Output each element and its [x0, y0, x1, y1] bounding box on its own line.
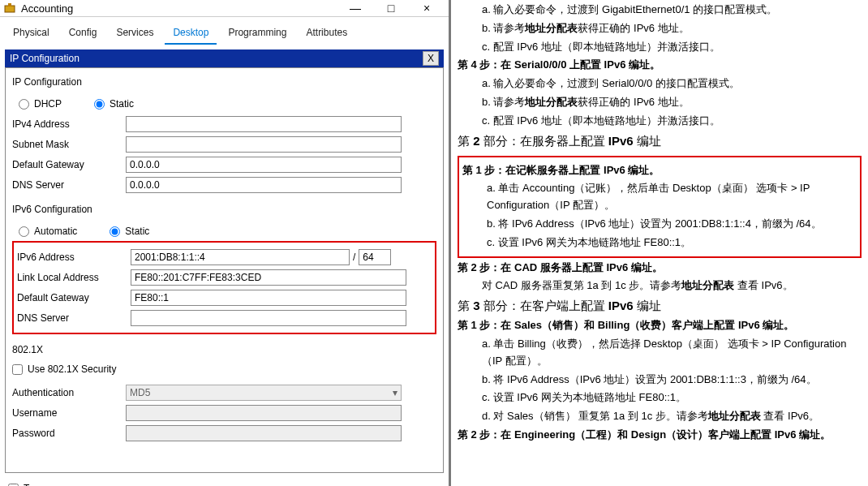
doc-line: c. 设置 IPv6 网关为本地链路地址 FE80::1。: [458, 389, 862, 406]
doc-part: 第 2 部分：在服务器上配置 IPv6 编址: [458, 131, 862, 151]
titlebar: Accounting — □ ×: [0, 0, 449, 17]
ipv6-gateway-label: Default Gateway: [17, 292, 131, 303]
ipv6-address-input[interactable]: [131, 249, 350, 265]
doc-line: a. 单击 Accounting（记账），然后单击 Desktop（桌面） 选项…: [462, 180, 857, 214]
ipv6-prefix-input[interactable]: [359, 249, 391, 265]
tab-bar: Physical Config Services Desktop Program…: [0, 17, 449, 45]
ipv6-static-radio[interactable]: Static: [110, 226, 149, 237]
ipv6conf-section: IPv6 Configuration: [12, 200, 436, 220]
ipv6-gateway-input[interactable]: [131, 290, 406, 306]
panel-header: IP Configuration X: [5, 49, 444, 67]
username-input: [126, 405, 402, 421]
ipv4-address-input[interactable]: [126, 116, 402, 132]
dot1x-section: 802.1X: [12, 341, 436, 360]
tab-config[interactable]: Config: [61, 22, 105, 45]
link-local-label: Link Local Address: [17, 272, 131, 283]
tab-services[interactable]: Services: [108, 22, 161, 45]
subnet-mask-label: Subnet Mask: [12, 139, 126, 150]
app-icon: [3, 2, 16, 15]
doc-step: 第 4 步：在 Serial0/0/0 上配置 IPv6 编址。: [458, 57, 862, 74]
default-gateway-input[interactable]: [126, 157, 402, 173]
password-label: Password: [12, 428, 126, 439]
password-input: [126, 425, 402, 441]
default-gateway-label: Default Gateway: [12, 159, 126, 170]
top-label: Top: [24, 483, 39, 486]
doc-line: c. 配置 IPv6 地址（即本地链路地址）并激活接口。: [458, 113, 862, 130]
tab-desktop[interactable]: Desktop: [165, 22, 217, 45]
auth-select[interactable]: MD5▾: [126, 385, 402, 401]
footer: Top: [0, 478, 449, 486]
ipv6-dns-input[interactable]: [131, 310, 406, 326]
auth-label: Authentication: [12, 387, 126, 398]
tab-attributes[interactable]: Attributes: [298, 22, 355, 45]
tab-physical[interactable]: Physical: [5, 22, 58, 45]
maximize-button[interactable]: □: [379, 0, 403, 16]
close-button[interactable]: ×: [415, 0, 439, 16]
svg-rect-1: [8, 3, 11, 6]
doc-step: 第 2 步：在 CAD 服务器上配置 IPv6 编址。: [458, 260, 862, 277]
top-checkbox[interactable]: [8, 484, 19, 487]
ipv6-address-label: IPv6 Address: [17, 252, 131, 263]
doc-line: b. 将 IPv6 Address（IPv6 地址）设置为 2001:DB8:1…: [462, 216, 857, 233]
doc-line: b. 请参考地址分配表获得正确的 IPv6 地址。: [458, 20, 862, 37]
doc-highlight-box: 第 1 步：在记帐服务器上配置 IPv6 编址。 a. 单击 Accountin…: [458, 156, 862, 258]
dhcp-radio[interactable]: DHCP: [19, 98, 62, 110]
link-local-input[interactable]: [131, 269, 406, 286]
app-window: Accounting — □ × Physical Config Service…: [0, 0, 451, 486]
window-title: Accounting: [21, 2, 343, 15]
doc-line: a. 输入必要命令，过渡到 GigabitEthernet0/1 的接口配置模式…: [458, 2, 862, 19]
tab-programming[interactable]: Programming: [220, 22, 294, 45]
doc-part: 第 3 部分：在客户端上配置 IPv6 编址: [458, 296, 862, 316]
panel-title: IP Configuration: [10, 53, 423, 64]
ipconf-section: IP Configuration: [12, 73, 436, 92]
chevron-down-icon: ▾: [393, 387, 397, 398]
instructions-pane: a. 输入必要命令，过渡到 GigabitEthernet0/1 的接口配置模式…: [451, 0, 868, 486]
doc-line: b. 请参考地址分配表获得正确的 IPv6 地址。: [458, 94, 862, 111]
subnet-mask-input[interactable]: [126, 136, 402, 153]
ipv6-auto-radio[interactable]: Automatic: [19, 226, 77, 237]
ipv6-highlight-box: IPv6 Address / Link Local Address Defaul…: [12, 241, 436, 334]
doc-line: b. 将 IPv6 Address（IPv6 地址）设置为 2001:DB8:1…: [458, 372, 862, 389]
doc-line: a. 输入必要命令，过渡到 Serial0/0/0 的接口配置模式。: [458, 75, 862, 92]
use-8021x-checkbox[interactable]: [12, 364, 23, 375]
doc-line: 对 CAD 服务器重复第 1a 到 1c 步。请参考地址分配表 查看 IPv6。: [458, 277, 862, 295]
doc-line: c. 配置 IPv6 地址（即本地链路地址）并激活接口。: [458, 39, 862, 56]
dns-server-input[interactable]: [126, 177, 402, 193]
config-body: IP Configuration DHCP Static IPv4 Addres…: [5, 67, 444, 473]
static-radio[interactable]: Static: [94, 98, 134, 110]
prefix-slash: /: [350, 252, 359, 263]
ipv6-dns-label: DNS Server: [17, 312, 131, 324]
doc-line: a. 单击 Billing（收费），然后选择 Desktop（桌面） 选项卡 >…: [458, 336, 862, 370]
doc-step: 第 1 步：在 Sales（销售）和 Billing（收费）客户端上配置 IPv…: [458, 317, 862, 334]
ipv4-address-label: IPv4 Address: [12, 118, 126, 130]
doc-step: 第 1 步：在记帐服务器上配置 IPv6 编址。: [462, 162, 857, 179]
use-8021x-label: Use 802.1X Security: [28, 363, 116, 375]
svg-rect-0: [5, 6, 15, 12]
doc-step: 第 2 步：在 Engineering（工程）和 Design（设计）客户端上配…: [458, 427, 862, 444]
doc-line: d. 对 Sales（销售） 重复第 1a 到 1c 步。请参考地址分配表 查看…: [458, 408, 862, 425]
dns-server-label: DNS Server: [12, 179, 126, 191]
panel-close-button[interactable]: X: [423, 51, 439, 66]
minimize-button[interactable]: —: [343, 0, 367, 16]
doc-line: c. 设置 IPv6 网关为本地链路地址 FE80::1。: [462, 234, 857, 252]
username-label: Username: [12, 407, 126, 419]
